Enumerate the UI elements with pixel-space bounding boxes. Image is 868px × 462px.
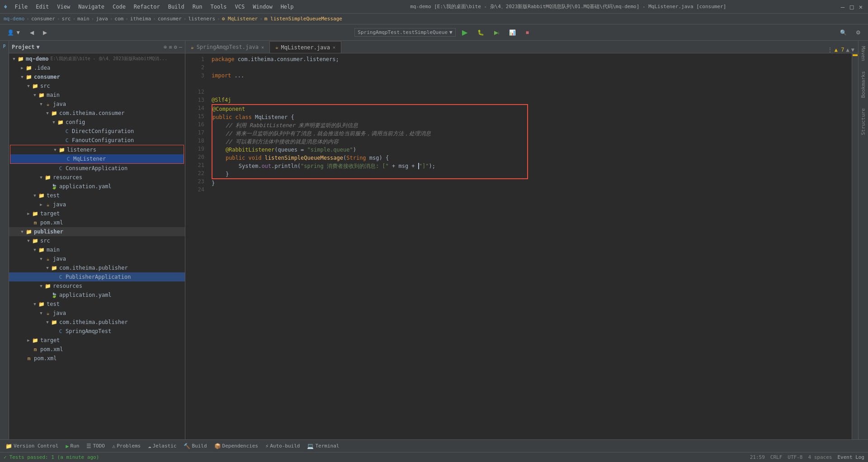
project-collapse-button[interactable]: ≡ — [169, 44, 172, 50]
search-button[interactable]: 🔍 — [836, 29, 850, 37]
tab-close-button[interactable]: ✕ — [261, 45, 264, 50]
code-editor[interactable]: package com.itheima.consumer.listeners; … — [208, 53, 852, 439]
breadcrumb-item[interactable]: ⚙ MqListener — [222, 16, 258, 22]
bookmarks-panel-button[interactable]: Bookmarks — [859, 67, 867, 102]
breadcrumb-item[interactable]: itheima — [130, 16, 151, 22]
back-button[interactable]: ◀ — [26, 29, 38, 37]
tree-item-pub-resources[interactable]: ▼ 📁 resources — [9, 281, 185, 291]
breadcrumb-method[interactable]: m listenSimpleQueueMessage — [264, 16, 342, 22]
maven-panel-button[interactable]: Maven — [859, 43, 867, 65]
maximize-button[interactable]: □ — [848, 3, 855, 10]
menu-item-code[interactable]: Code — [109, 3, 129, 11]
tree-item-main[interactable]: ▼ 📁 main — [9, 90, 185, 100]
breadcrumb-item[interactable]: listeners — [188, 16, 215, 22]
tree-item-pub-pom[interactable]: m pom.xml — [9, 345, 185, 354]
problems-button[interactable]: ⚠ Problems — [110, 442, 142, 450]
breadcrumb-item[interactable]: com — [114, 16, 123, 22]
version-control-button[interactable]: 📁 Version Control — [4, 442, 60, 450]
tree-item-resources[interactable]: ▼ 📁 resources — [9, 173, 185, 182]
tree-item-consumer[interactable]: ▼ 📁 consumer — [9, 72, 185, 81]
run-config-selector[interactable]: SpringAmqpTest.testSimpleQueue ▼ — [354, 28, 455, 37]
structure-panel-button[interactable]: Structure — [859, 105, 867, 139]
menu-item-vcs[interactable]: VCS — [231, 3, 249, 11]
tree-item-publisher-app[interactable]: C PublisherApplication — [9, 272, 185, 281]
tab-spring-amqp-test[interactable]: ☕ SpringAmqpTest.java ✕ — [185, 41, 270, 53]
tree-item-src[interactable]: ▼ 📁 src — [9, 81, 185, 90]
project-locate-button[interactable]: ⊕ — [164, 44, 167, 50]
tree-item-appyaml[interactable]: 🍃 application.yaml — [9, 182, 185, 191]
menu-item-tools[interactable]: Tools — [207, 3, 230, 11]
tree-item-pom-consumer[interactable]: m pom.xml — [9, 218, 185, 227]
profile-run-button[interactable]: 📊 — [505, 29, 519, 37]
collapse-button[interactable]: ▼ — [851, 47, 854, 53]
menu-item-navigate[interactable]: Navigate — [75, 3, 108, 11]
build-button[interactable]: 🔨 Build — [182, 442, 208, 450]
tree-item-pub-src[interactable]: ▼ 📁 src — [9, 236, 185, 245]
forward-button[interactable]: ▶ — [39, 29, 51, 37]
tree-item-pub-java[interactable]: ▼ ☕ java — [9, 254, 185, 263]
expand-button[interactable]: ▲ — [846, 47, 849, 53]
profile-button[interactable]: 👤 ▼ — [4, 29, 24, 37]
project-icon[interactable]: P — [1, 43, 8, 50]
menu-item-help[interactable]: Help — [277, 3, 297, 11]
tree-item-idea[interactable]: ▶ 📁 .idea — [9, 63, 185, 72]
tree-item-mq-demo[interactable]: ▼ 📁 mq-demo E:\我的桌面\bite - 杂\4、2023新版Rab… — [9, 54, 185, 63]
minimize-button[interactable]: — — [839, 3, 846, 10]
tree-arrow: ▼ — [52, 147, 58, 153]
tree-item-config[interactable]: ▼ 📁 config — [9, 118, 185, 127]
menu-item-view[interactable]: View — [53, 3, 74, 11]
jelastic-button[interactable]: ☁ Jelastic — [146, 442, 178, 450]
breadcrumb-item[interactable]: consumer — [158, 16, 182, 22]
tree-item-publisher[interactable]: ▼ 📁 publisher — [9, 227, 185, 236]
coverage-button[interactable]: ▶ᵢ — [491, 29, 503, 37]
project-settings-button[interactable]: ⚙ — [174, 44, 177, 50]
breadcrumb-item[interactable]: main — [77, 16, 90, 22]
breadcrumb-item[interactable]: consumer — [31, 16, 55, 22]
stop-button[interactable]: ■ — [522, 29, 533, 37]
tree-item-test-java[interactable]: ▶ ☕ java — [9, 200, 185, 209]
run-button[interactable]: ▶ — [458, 27, 471, 38]
tab-mqlistener[interactable]: ☕ MqListener.java ✕ — [270, 41, 341, 53]
terminal-button[interactable]: 💻 Terminal — [305, 442, 341, 450]
menu-item-edit[interactable]: Edit — [32, 3, 52, 11]
run-config-label: SpringAmqpTest.testSimpleQueue — [358, 29, 448, 35]
menu-item-window[interactable]: Window — [249, 3, 276, 11]
dependencies-button[interactable]: 📦 Dependencies — [212, 442, 260, 450]
tree-item-root-pom[interactable]: m pom.xml — [9, 354, 185, 363]
run-panel-button[interactable]: ▶ Run — [64, 442, 81, 450]
breadcrumb-item[interactable]: mq-demo — [4, 16, 24, 22]
menu-item-refactor[interactable]: Refactor — [130, 3, 164, 11]
tree-item-direct-conf[interactable]: C DirectConfiguration — [9, 127, 185, 136]
tree-item-mqlistener[interactable]: C MqListener — [10, 154, 184, 163]
tree-item-pub-main[interactable]: ▼ 📁 main — [9, 245, 185, 254]
breadcrumb-item[interactable]: java — [96, 16, 108, 22]
tab-close-button[interactable]: ✕ — [333, 45, 335, 50]
menu-item-build[interactable]: Build — [165, 3, 188, 11]
tree-item-pub-test-com[interactable]: ▼ 📁 com.itheima.publisher — [9, 318, 185, 327]
tree-item-test[interactable]: ▼ 📁 test — [9, 191, 185, 200]
tree-item-consumer-app[interactable]: C ConsumerApplication — [9, 164, 185, 173]
tab-overflow-button[interactable]: ⋮ — [827, 47, 833, 53]
tree-item-spring-amqp-test[interactable]: C SpringAmqpTest — [9, 327, 185, 336]
tree-item-target[interactable]: ▶ 📁 target — [9, 209, 185, 218]
tree-item-pub-target[interactable]: ▶ 📁 target — [9, 336, 185, 345]
project-minimize-button[interactable]: — — [179, 44, 182, 50]
tree-item-pub-test-java[interactable]: ▼ ☕ java — [9, 309, 185, 318]
tree-item-com-publisher[interactable]: ▼ 📁 com.itheima.publisher — [9, 263, 185, 272]
tree-item-com-consumer[interactable]: ▼ 📁 com.itheima.consumer — [9, 109, 185, 118]
menu-item-file[interactable]: File — [11, 3, 31, 11]
tree-item-pub-appyaml[interactable]: 🍃 application.yaml — [9, 291, 185, 300]
tree-item-java[interactable]: ▼ ☕ java — [9, 100, 185, 109]
todo-button[interactable]: ☰ TODO — [85, 442, 107, 450]
breadcrumb-item[interactable]: src — [62, 16, 71, 22]
tree-item-pub-test[interactable]: ▼ 📁 test — [9, 300, 185, 309]
tree-item-fanout-conf[interactable]: C FanoutConfiguration — [9, 136, 185, 145]
event-log-button[interactable]: Event Log — [837, 454, 864, 460]
settings-button[interactable]: ⚙ — [852, 29, 864, 37]
close-button[interactable]: ✕ — [857, 3, 864, 10]
project-panel-dropdown-icon[interactable]: ▼ — [37, 44, 40, 50]
auto-build-button[interactable]: ⚡ Auto-build — [264, 442, 302, 450]
debug-button[interactable]: 🐛 — [474, 29, 488, 37]
menu-item-run[interactable]: Run — [189, 3, 206, 11]
tree-item-listeners[interactable]: ▼ 📁 listeners — [10, 145, 184, 154]
